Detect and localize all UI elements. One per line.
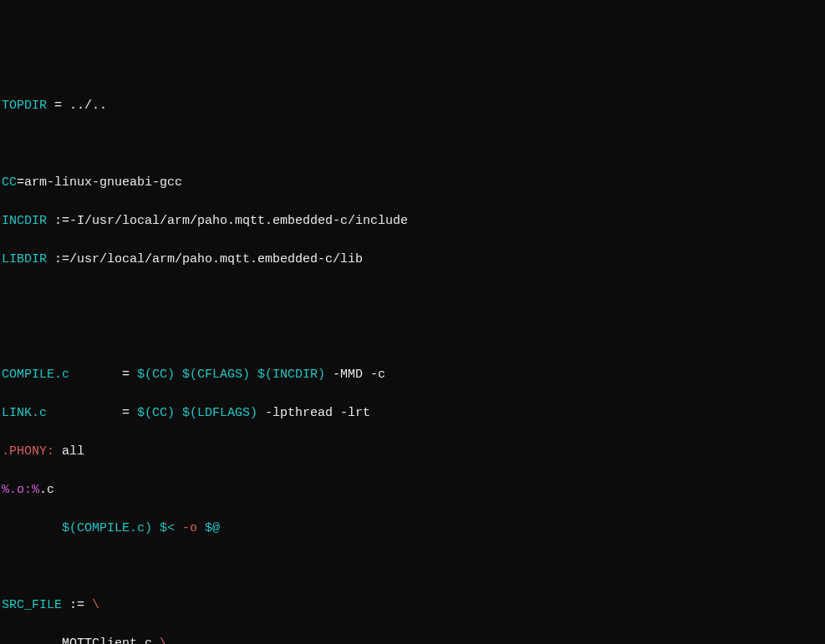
code-line [0,288,825,307]
code-text: = [47,406,137,420]
code-line [0,557,825,576]
code-line: MQTTClient.c \ [0,634,825,644]
code-text: = [69,368,137,382]
var-name: INCDIR [2,214,47,228]
code-text: .c [39,483,54,497]
code-text: -lpthread -lrt [257,406,370,420]
code-line: %.o:%.c [0,480,825,499]
var-name: SRC_FILE [2,598,62,612]
code-line: LINK.c = $(CC) $(LDFLAGS) -lpthread -lrt [0,403,825,423]
continuation: \ [92,598,99,612]
code-text: =arm-linux-gnueabi-gcc [17,175,182,190]
code-line: .PHONY: all [0,442,825,461]
continuation: \ [160,636,167,644]
var-ref: $(CC) $(CFLAGS) $(INCDIR) [137,368,325,382]
code-line: INCDIR :=-I/usr/local/arm/paho.mqtt.embe… [0,211,825,231]
var-ref: $(COMPILE.c) $< [62,521,175,535]
code-line: SRC_FILE := \ [0,596,825,615]
code-line [0,134,825,154]
auto-var: $@ [197,521,220,535]
code-line: COMPILE.c = $(CC) $(CFLAGS) $(INCDIR) -M… [0,365,825,384]
code-line: TOPDIR = ../.. [0,96,825,115]
code-text: := [62,598,92,612]
code-line: CC=arm-linux-gnueabi-gcc [0,173,825,192]
code-editor[interactable]: TOPDIR = ../.. CC=arm-linux-gnueabi-gcc … [0,77,825,644]
code-text: :=-I/usr/local/arm/paho.mqtt.embedded-c/… [47,214,408,228]
code-text: all [54,444,84,459]
var-ref: $(CC) $(LDFLAGS) [137,406,257,420]
var-name: TOPDIR [2,99,47,113]
code-text: :=/usr/local/arm/paho.mqtt.embedded-c/li… [47,252,363,266]
var-name: LINK.c [2,406,47,420]
code-text: = ../.. [47,99,107,113]
code-text: -MMD -c [325,368,385,382]
indent [2,521,62,535]
code-line [0,327,825,346]
code-line: $(COMPILE.c) $< -o $@ [0,519,825,538]
var-name: COMPILE.c [2,368,69,382]
phony: .PHONY: [2,444,54,459]
code-text: MQTTClient.c [2,636,160,644]
var-name: LIBDIR [2,252,47,266]
code-line: LIBDIR :=/usr/local/arm/paho.mqtt.embedd… [0,250,825,269]
flag: -o [175,521,197,535]
pattern-rule: %.o:% [2,483,39,497]
var-name: CC [2,175,17,190]
